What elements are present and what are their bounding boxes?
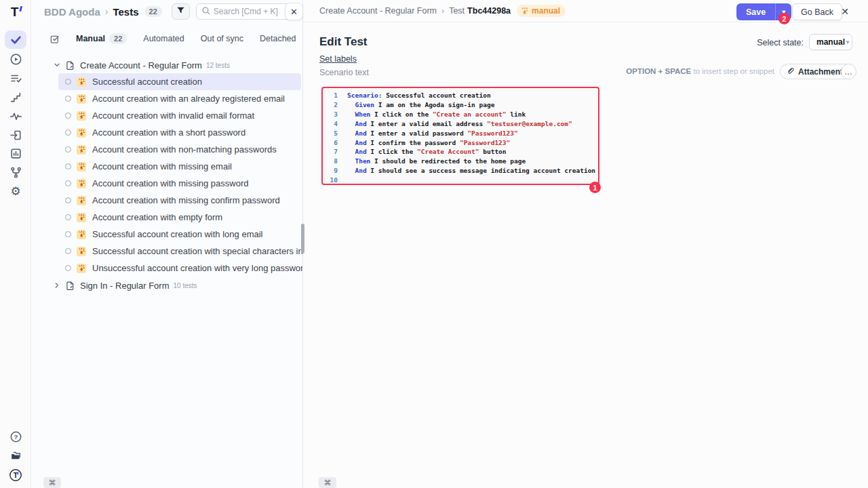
- rail-item-reports[interactable]: [5, 144, 26, 163]
- tab-detached[interactable]: Detached: [260, 34, 296, 43]
- test-state-circle[interactable]: [65, 265, 71, 271]
- breadcrumb-project[interactable]: BDD Agoda: [44, 6, 100, 18]
- manual-test-icon: [77, 196, 86, 205]
- svg-text:?: ?: [14, 433, 18, 441]
- breadcrumb-section[interactable]: Tests: [113, 6, 138, 18]
- test-item[interactable]: Successful account creation with special…: [58, 243, 301, 260]
- test-item-label: Account creation with non-matching passw…: [92, 144, 277, 155]
- test-state-circle[interactable]: [65, 163, 71, 169]
- rail-item-pulse[interactable]: [5, 107, 26, 125]
- panel-resize-handle[interactable]: [301, 224, 304, 253]
- test-item[interactable]: Successful account creation: [58, 73, 301, 90]
- scenario-editor[interactable]: 12345678910 Scenario: Successful account…: [321, 87, 599, 185]
- check-icon: [9, 33, 22, 46]
- filter-button[interactable]: [172, 3, 190, 20]
- tests-tree: Create Account - Regular Form 12 tests S…: [31, 57, 302, 293]
- file-icon: [65, 281, 75, 291]
- test-item[interactable]: Account creation with missing email: [58, 158, 301, 175]
- manual-test-icon: [77, 230, 86, 239]
- manual-test-icon: [520, 7, 529, 16]
- suite-title[interactable]: Create Account - Regular Form: [80, 60, 202, 70]
- editor-line: And I enter a valid password "Password12…: [347, 129, 595, 138]
- chevron-right-icon[interactable]: [53, 281, 61, 289]
- test-item-label: Unsuccessful account creation with very …: [92, 263, 309, 273]
- tab-manual[interactable]: Manual22: [76, 33, 127, 44]
- suite-create-account[interactable]: Create Account - Regular Form 12 tests: [31, 57, 302, 73]
- search-input[interactable]: [214, 7, 287, 16]
- tab-automated[interactable]: Automated: [143, 34, 184, 43]
- state-select-value: manual: [816, 37, 845, 47]
- test-state-circle[interactable]: [65, 248, 71, 254]
- suite-title[interactable]: Sign In - Regular Form: [80, 281, 170, 291]
- rail-item-projects[interactable]: [5, 447, 26, 465]
- box-arrow-in-icon: [9, 129, 22, 142]
- select-state-label: Select state:: [724, 38, 804, 47]
- suite-count: 10 tests: [174, 282, 197, 289]
- test-state-circle[interactable]: [65, 79, 71, 85]
- rail-item-branches[interactable]: [5, 163, 26, 182]
- rail-item-brand[interactable]: T: [5, 466, 26, 484]
- annotation-marker-2: 2: [778, 13, 790, 24]
- test-item-label: Account creation with a short password: [92, 127, 245, 138]
- test-id: Tbc44298a: [467, 6, 511, 16]
- test-item[interactable]: Account creation with a short password: [58, 124, 301, 141]
- more-options-button[interactable]: …: [841, 64, 856, 79]
- test-state-circle[interactable]: [65, 129, 71, 136]
- keyboard-shortcut-badge[interactable]: ⌘: [43, 477, 61, 488]
- test-state-circle[interactable]: [65, 214, 71, 220]
- snippet-hint-rest: to insert step or snippet: [691, 67, 774, 75]
- test-state-circle[interactable]: [65, 146, 71, 152]
- test-item[interactable]: Account creation with missing confirm pa…: [58, 192, 301, 209]
- suite-count: 12 tests: [206, 62, 230, 69]
- test-list: Successful account creation Account crea…: [31, 73, 302, 277]
- close-icon[interactable]: ✕: [838, 5, 852, 18]
- bulk-select-icon[interactable]: [50, 34, 60, 44]
- state-select-dropdown[interactable]: manual ▼: [809, 34, 852, 50]
- test-item[interactable]: Unsuccessful account creation with very …: [58, 260, 301, 277]
- manual-test-icon: [77, 179, 86, 188]
- rail-item-steps[interactable]: [5, 88, 26, 106]
- test-item[interactable]: Account creation with invalid email form…: [58, 107, 301, 124]
- manual-test-icon: [77, 145, 86, 155]
- rail-item-settings[interactable]: ⚙: [5, 182, 26, 201]
- rail-item-tests[interactable]: [5, 30, 26, 49]
- tab-manual-label: Manual: [76, 34, 105, 43]
- tree-close-button[interactable]: ✕: [285, 3, 303, 20]
- test-state-circle[interactable]: [65, 231, 71, 237]
- test-state-circle[interactable]: [65, 113, 71, 119]
- editor-code[interactable]: Scenario: Successful account creation Gi…: [347, 91, 595, 184]
- go-back-button[interactable]: Go Back: [792, 3, 842, 20]
- test-state-circle[interactable]: [65, 180, 71, 186]
- keyboard-shortcut-badge[interactable]: ⌘: [319, 477, 336, 488]
- search-box[interactable]: [196, 3, 292, 20]
- suite-sign-in[interactable]: Sign In - Regular Form 10 tests: [31, 277, 302, 293]
- chevron-down-icon[interactable]: [53, 61, 61, 69]
- editor-line: When I click on the "Create an account" …: [347, 110, 595, 119]
- left-icon-rail: T ⚙ ? T: [0, 0, 31, 488]
- manual-test-icon: [77, 77, 86, 87]
- test-item[interactable]: Account creation with non-matching passw…: [58, 141, 301, 158]
- app-logo[interactable]: T: [0, 3, 31, 22]
- test-item[interactable]: Account creation with missing password: [58, 175, 301, 192]
- snippet-hint-keys: OPTION + SPACE: [626, 67, 691, 75]
- test-item-label: Account creation with missing confirm pa…: [92, 195, 280, 205]
- test-item[interactable]: Account creation with an already registe…: [58, 90, 301, 107]
- edit-test-panel: Create Account - Regular Form › Test Tbc…: [303, 0, 868, 488]
- gear-icon: ⚙: [10, 186, 20, 197]
- tab-out-of-sync[interactable]: Out of sync: [201, 34, 243, 43]
- rail-item-help[interactable]: ?: [5, 428, 26, 446]
- test-item[interactable]: Account creation with empty form: [58, 209, 301, 226]
- set-labels-link[interactable]: Set labels: [319, 54, 357, 64]
- test-state-circle[interactable]: [65, 197, 71, 203]
- editor-line: And I confirm the password "Password123": [347, 138, 595, 148]
- test-item[interactable]: Successful account creation with long em…: [58, 226, 301, 243]
- rail-item-import[interactable]: [5, 126, 26, 144]
- rail-item-runs[interactable]: [5, 50, 26, 68]
- rail-item-plans[interactable]: [5, 69, 26, 87]
- pulse-icon: [9, 110, 22, 123]
- breadcrumb-folder[interactable]: Create Account - Regular Form: [319, 6, 437, 16]
- test-state-circle[interactable]: [65, 96, 71, 102]
- svg-text:T: T: [14, 470, 18, 479]
- save-button[interactable]: Save: [736, 3, 775, 20]
- manual-badge-label: manual: [532, 6, 560, 16]
